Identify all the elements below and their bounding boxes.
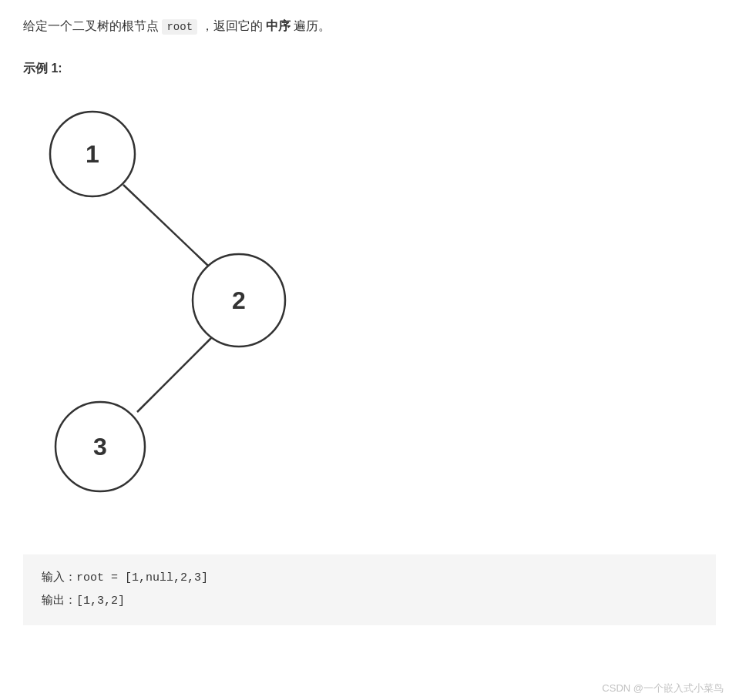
node-2-label: 2: [232, 286, 246, 314]
description-suffix: 遍历。: [291, 19, 331, 32]
description-middle: ，返回它的: [197, 19, 266, 32]
description-bold: 中序: [266, 19, 291, 32]
page-container: 给定一个二叉树的根节点 root ，返回它的 中序 遍历。 示例 1: 1 2 …: [0, 0, 739, 641]
tree-diagram: 1 2 3: [23, 92, 347, 554]
code-block: 输入：root = [1,null,2,3] 输出：[1,3,2]: [23, 554, 716, 625]
watermark: CSDN @一个嵌入式小菜鸟: [602, 682, 724, 695]
node-1-label: 1: [86, 140, 99, 168]
example-label: 示例 1:: [23, 61, 716, 77]
edge-2-3: [137, 337, 212, 412]
code-line-2: 输出：[1,3,2]: [42, 590, 697, 613]
watermark-text: CSDN @一个嵌入式小菜鸟: [602, 682, 724, 694]
node-3-label: 3: [93, 433, 107, 461]
description-code: root: [162, 19, 197, 35]
description-text: 给定一个二叉树的根节点 root ，返回它的 中序 遍历。: [23, 15, 716, 38]
description-prefix: 给定一个二叉树的根节点: [23, 19, 162, 32]
edge-1-2: [123, 185, 208, 266]
code-line-1: 输入：root = [1,null,2,3]: [42, 567, 697, 590]
tree-svg: 1 2 3: [23, 92, 347, 554]
